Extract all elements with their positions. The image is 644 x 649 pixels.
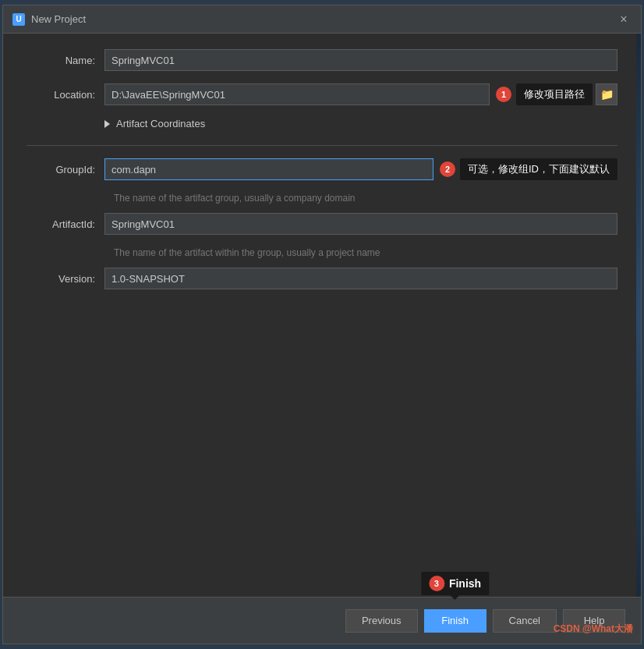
name-label: Name: xyxy=(27,55,104,66)
close-button[interactable]: × xyxy=(616,12,632,27)
version-input[interactable] xyxy=(104,268,617,289)
watermark: CSDN @What大潘 xyxy=(554,622,633,636)
collapse-triangle-icon[interactable] xyxy=(104,120,110,128)
app-icon: U xyxy=(12,13,25,26)
tooltip-2: 可选，修改组ID，下面建议默认 xyxy=(460,158,617,180)
version-row: Version: xyxy=(27,268,617,289)
groupid-input[interactable] xyxy=(104,158,433,180)
finish-badge-wrap: 3 Finish Finish xyxy=(424,609,487,633)
location-row: Location: 1 修改项目路径 📁 xyxy=(27,83,617,105)
tooltip-3: Finish xyxy=(449,577,481,590)
artifact-section-label: Artifact Coordinates xyxy=(116,118,205,129)
sidebar-decorative-strip xyxy=(636,34,641,597)
dialog-content: Name: Location: 1 修改项目路径 📁 Artifact Co xyxy=(3,34,641,597)
badge-1: 1 xyxy=(496,87,511,102)
browse-button[interactable]: 📁 xyxy=(596,83,617,105)
tooltip-1: 修改项目路径 xyxy=(516,83,593,105)
artifactid-row: ArtifactId: xyxy=(27,213,617,235)
finish-button[interactable]: Finish xyxy=(424,609,487,633)
artifactid-label: ArtifactId: xyxy=(27,218,104,230)
cancel-button[interactable]: Cancel xyxy=(493,609,557,633)
name-row: Name: xyxy=(27,49,617,71)
artifact-section-header: Artifact Coordinates xyxy=(104,118,205,129)
location-annotation: 1 修改项目路径 xyxy=(496,83,593,105)
finish-arrow-icon xyxy=(451,595,460,600)
section-header-row: Artifact Coordinates xyxy=(27,118,617,142)
finish-annotation: 3 Finish xyxy=(421,572,489,600)
location-input-wrap: 1 修改项目路径 📁 xyxy=(104,83,617,105)
groupid-hint: The name of the artifact group, usually … xyxy=(114,193,617,204)
title-bar: U New Project × xyxy=(3,5,641,34)
groupid-row: GroupId: 2 可选，修改组ID，下面建议默认 xyxy=(27,158,617,180)
dialog-footer: Previous 3 Finish Finish Cancel Help xyxy=(3,597,641,644)
section-divider xyxy=(27,145,617,146)
badge-2: 2 xyxy=(440,161,455,177)
finish-annotation-inner: 3 Finish xyxy=(421,572,489,595)
name-input-wrap xyxy=(104,49,617,71)
location-label: Location: xyxy=(27,89,104,101)
groupid-label: GroupId: xyxy=(27,164,104,176)
artifactid-hint: The name of the artifact within the grou… xyxy=(114,247,617,258)
dialog-title: New Project xyxy=(31,13,616,25)
badge-3: 3 xyxy=(429,576,444,591)
location-input[interactable] xyxy=(104,83,490,105)
version-input-wrap xyxy=(104,268,617,289)
artifactid-input[interactable] xyxy=(104,213,617,235)
previous-button[interactable]: Previous xyxy=(345,609,418,633)
artifactid-input-wrap xyxy=(104,213,617,235)
name-input[interactable] xyxy=(104,49,617,71)
groupid-annotation: 2 可选，修改组ID，下面建议默认 xyxy=(440,158,617,180)
new-project-dialog: U New Project × Name: Location: 1 修改项目路径… xyxy=(2,5,642,644)
groupid-input-wrap: 2 可选，修改组ID，下面建议默认 xyxy=(104,158,617,180)
version-label: Version: xyxy=(27,273,104,285)
